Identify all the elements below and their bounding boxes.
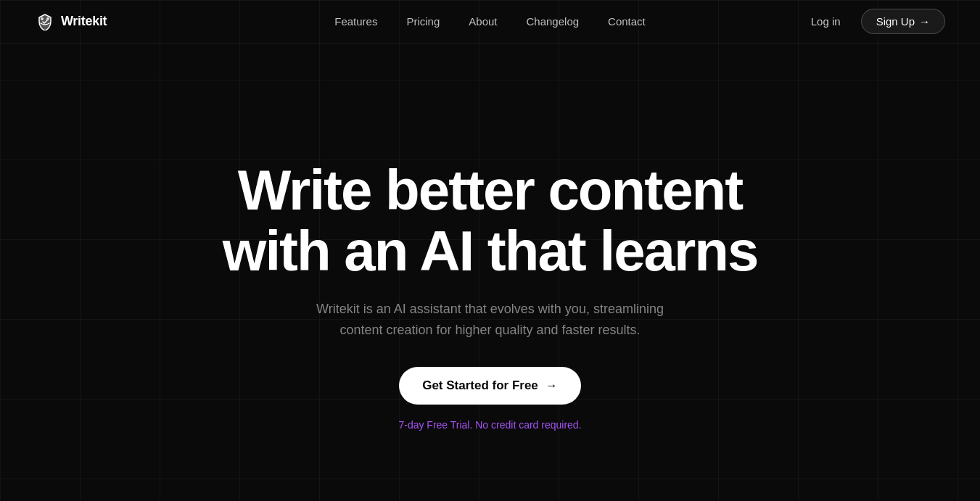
signup-button[interactable]: Sign Up →: [861, 9, 945, 34]
cta-arrow: →: [545, 378, 558, 393]
svg-point-0: [41, 17, 44, 20]
hero-title: Write better content with an AI that lea…: [223, 160, 758, 281]
signup-arrow: →: [919, 15, 930, 28]
logo-area: Writekit: [35, 12, 107, 32]
nav-pricing[interactable]: Pricing: [406, 15, 440, 28]
nav-contact[interactable]: Contact: [608, 15, 646, 28]
brand-name: Writekit: [61, 14, 107, 29]
hero-section: Write better content with an AI that lea…: [0, 44, 980, 431]
nav-features[interactable]: Features: [334, 15, 377, 28]
signup-label: Sign Up: [876, 15, 915, 28]
cta-button[interactable]: Get Started for Free →: [399, 367, 581, 405]
logo-icon: [35, 12, 55, 32]
svg-point-1: [46, 17, 49, 20]
nav-about[interactable]: About: [469, 15, 497, 28]
nav-actions: Log in Sign Up →: [802, 9, 945, 34]
hero-title-line2: with an AI that learns: [223, 219, 758, 283]
navbar: Writekit Features Pricing About Changelo…: [0, 0, 980, 44]
nav-changelog[interactable]: Changelog: [527, 15, 580, 28]
cta-label: Get Started for Free: [422, 378, 538, 393]
hero-subtitle: Writekit is an AI assistant that evolves…: [302, 299, 679, 341]
trial-text: 7-day Free Trial. No credit card require…: [398, 419, 581, 431]
login-button[interactable]: Log in: [802, 9, 849, 33]
hero-title-line1: Write better content: [238, 158, 742, 222]
nav-links: Features Pricing About Changelog Contact: [334, 15, 646, 28]
